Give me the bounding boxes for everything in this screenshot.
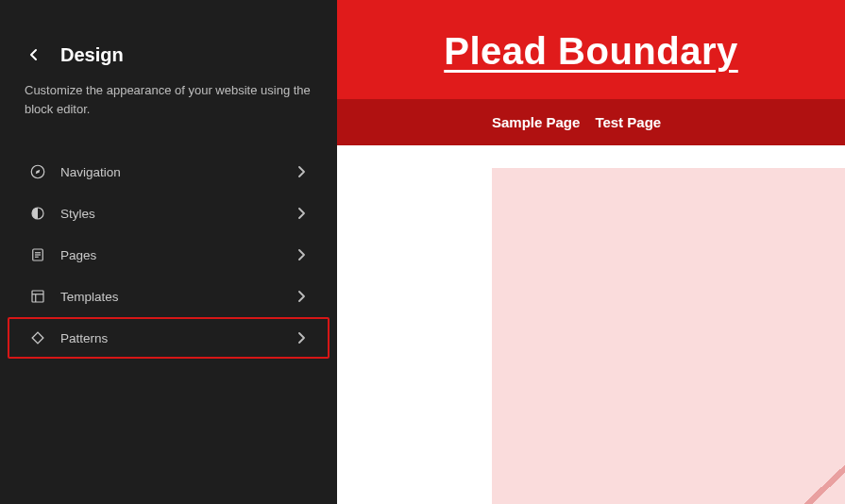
page-icon — [28, 245, 47, 264]
chevron-right-icon — [294, 164, 309, 179]
chevron-right-icon — [294, 289, 309, 304]
nav-link-sample-page[interactable]: Sample Page — [492, 114, 580, 130]
chevron-left-icon — [29, 48, 39, 61]
back-button[interactable] — [23, 43, 45, 66]
nav-link-test-page[interactable]: Test Page — [595, 114, 661, 130]
sidebar-item-label: Navigation — [60, 165, 280, 179]
sidebar-item-pages[interactable]: Pages — [8, 234, 330, 276]
featured-image-placeholder — [492, 168, 845, 504]
layout-icon — [28, 287, 47, 306]
site-body — [337, 145, 845, 504]
sidebar-item-navigation[interactable]: Navigation — [8, 151, 330, 193]
site-preview[interactable]: Plead Boundary Sample Page Test Page — [337, 0, 845, 504]
site-nav: Sample Page Test Page — [337, 99, 845, 145]
design-menu: Navigation Styles — [0, 151, 337, 359]
sidebar-item-label: Pages — [60, 248, 280, 262]
half-circle-icon — [28, 204, 47, 223]
sidebar-item-label: Templates — [60, 290, 280, 304]
sidebar-item-patterns[interactable]: Patterns — [8, 317, 330, 359]
sidebar-item-label: Patterns — [60, 331, 280, 345]
site-title-link[interactable]: Plead Boundary — [444, 30, 738, 73]
diamond-icon — [28, 328, 47, 347]
sidebar-title: Design — [60, 44, 124, 66]
chevron-right-icon — [294, 247, 309, 262]
svg-rect-6 — [32, 291, 43, 302]
svg-rect-9 — [32, 332, 43, 344]
chevron-right-icon — [294, 206, 309, 221]
site-hero: Plead Boundary — [337, 0, 845, 99]
design-sidebar: Design Customize the appearance of your … — [0, 0, 337, 504]
sidebar-item-label: Styles — [60, 207, 280, 221]
sidebar-item-styles[interactable]: Styles — [8, 193, 330, 234]
chevron-right-icon — [294, 330, 309, 345]
sidebar-description: Customize the appearance of your website… — [0, 81, 337, 136]
sidebar-item-templates[interactable]: Templates — [8, 276, 330, 317]
compass-icon — [28, 162, 47, 181]
